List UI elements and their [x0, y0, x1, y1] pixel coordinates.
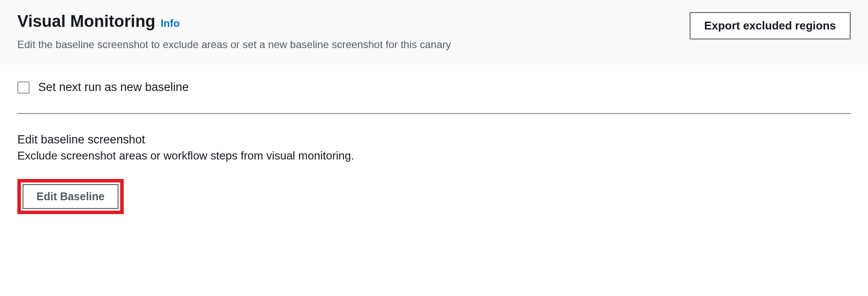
edit-baseline-heading: Edit baseline screenshot — [17, 133, 851, 146]
title-row: Visual Monitoring Info — [17, 12, 451, 31]
set-baseline-checkbox-label[interactable]: Set next run as new baseline — [38, 81, 189, 94]
panel-title: Visual Monitoring — [17, 12, 155, 31]
export-excluded-regions-button[interactable]: Export excluded regions — [690, 12, 851, 39]
info-link[interactable]: Info — [161, 17, 180, 29]
panel-header: Visual Monitoring Info Edit the baseline… — [0, 0, 868, 64]
panel-description: Edit the baseline screenshot to exclude … — [17, 39, 451, 51]
panel-body: Set next run as new baseline Edit baseli… — [0, 64, 868, 231]
edit-baseline-description: Exclude screenshot areas or workflow ste… — [17, 149, 851, 163]
edit-baseline-highlight-box: Edit Baseline — [17, 179, 124, 214]
set-baseline-checkbox[interactable] — [17, 81, 30, 94]
set-baseline-checkbox-row: Set next run as new baseline — [17, 81, 851, 114]
edit-baseline-button[interactable]: Edit Baseline — [23, 184, 118, 209]
header-left: Visual Monitoring Info Edit the baseline… — [17, 12, 451, 51]
